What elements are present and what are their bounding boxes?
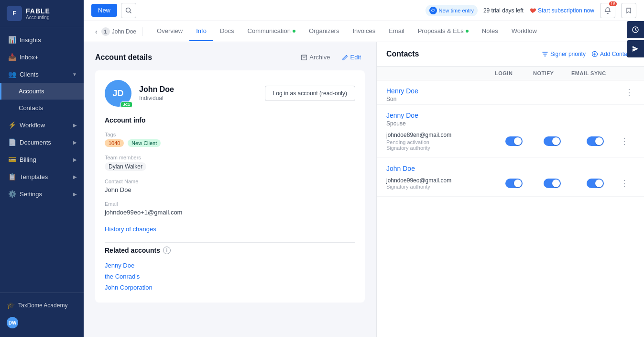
sidebar-item-inbox[interactable]: 📥 Inbox+ <box>0 48 84 66</box>
trial-days: 29 trial days left <box>483 7 524 14</box>
jenny-email-sync-toggle-col <box>571 136 619 146</box>
jenny-login-toggle[interactable] <box>505 136 523 146</box>
sidebar-item-workflow[interactable]: ⚡ Workflow ▶ <box>0 116 84 134</box>
communication-dot <box>293 30 295 33</box>
contact-john-detail: johndoe99eo@gmail.com Signatory authorit… <box>377 174 644 196</box>
user-profile[interactable]: DW <box>7 313 77 332</box>
login-as-account-button[interactable]: Log in as account (read-only) <box>265 86 355 101</box>
email-value: johndoe99eo+1@gmail.com <box>105 209 355 216</box>
account-profile: JD JC1 John Doe Individual Log in as acc… <box>105 80 355 107</box>
contacts-actions: Signer priority Add Contacts <box>542 51 634 57</box>
send-panel-button[interactable] <box>627 40 644 57</box>
contact-john: John Doe johndoe99eo@gmail.com Signatory… <box>377 158 644 197</box>
subscribe-link[interactable]: Start subscription now <box>529 7 594 14</box>
clock-panel-button[interactable] <box>627 21 644 38</box>
info-section-title: Account info <box>105 116 355 124</box>
taxdome-academy-link[interactable]: 🎓 TaxDome Academy <box>7 298 77 313</box>
sidebar-item-clients[interactable]: 👥 Clients ▼ <box>0 66 84 83</box>
account-type: Individual <box>139 95 174 101</box>
sidebar: F FABLE Accounting 📊 Insights 📥 Inbox+ 👥… <box>0 0 84 337</box>
related-account-conrads[interactable]: the Conrad's <box>105 271 355 282</box>
team-member: Dylan Walker <box>105 162 146 171</box>
history-link[interactable]: History of changes <box>105 225 156 233</box>
tags-container: 1040 New Client <box>105 139 355 147</box>
account-info-section: Account info Tags 1040 New Client Team m… <box>105 116 355 233</box>
related-account-jenny[interactable]: Jenny Doe <box>105 260 355 271</box>
login-col-header: LOGIN <box>495 70 533 76</box>
account-card: JD JC1 John Doe Individual Log in as acc… <box>95 70 365 303</box>
jenny-notify-toggle-col <box>533 136 571 146</box>
proposals-dot <box>466 30 469 33</box>
email-row: Email johndoe99eo+1@gmail.com <box>105 201 355 216</box>
contact-henry-name[interactable]: Henry Doe <box>386 87 624 95</box>
send-icon <box>632 45 639 53</box>
account-details-header: Account details Archive <box>95 52 365 63</box>
sidebar-item-documents[interactable]: 📄 Documents ▶ <box>0 134 84 151</box>
sidebar-item-templates[interactable]: 📋 Templates ▶ <box>0 168 84 185</box>
account-name: John Doe <box>139 85 174 94</box>
contact-henry-menu[interactable]: ⋮ <box>624 87 634 98</box>
archive-label: Archive <box>309 54 330 61</box>
tab-list: Overview Info Docs Communication Organiz… <box>150 22 544 41</box>
contact-john-menu[interactable]: ⋮ <box>619 178 634 189</box>
contact-jenny-authority: Signatory authority <box>386 145 495 151</box>
sidebar-item-settings[interactable]: ⚙️ Settings ▶ <box>0 185 84 202</box>
sidebar-item-label: Settings <box>20 191 42 198</box>
contact-jenny-name[interactable]: Jenny Doe <box>386 112 634 119</box>
sidebar-item-insights[interactable]: 📊 Insights <box>0 31 84 48</box>
email-sync-col-header: EMAIL SYNC <box>571 70 619 76</box>
logo-text: FABLE Accounting <box>26 7 50 20</box>
tab-overview[interactable]: Overview <box>150 22 189 41</box>
tag-new-client: New Client <box>128 139 161 147</box>
jenny-email-sync-toggle[interactable] <box>587 136 604 146</box>
tab-info[interactable]: Info <box>189 22 213 41</box>
sidebar-item-label: Workflow <box>20 122 45 129</box>
academy-label: TaxDome Academy <box>18 302 67 309</box>
contact-jenny-menu[interactable]: ⋮ <box>619 136 634 146</box>
chevron-down-icon: ▶ <box>73 157 77 162</box>
favorites-button[interactable] <box>621 3 636 18</box>
john-email-sync-toggle[interactable] <box>587 179 604 188</box>
jenny-notify-toggle[interactable] <box>544 136 561 146</box>
sidebar-item-billing[interactable]: 💳 Billing ▶ <box>0 151 84 168</box>
tab-invoices[interactable]: Invoices <box>346 22 382 41</box>
sidebar-item-accounts[interactable]: Accounts <box>0 83 84 100</box>
page-body: Account details Archive <box>84 42 644 337</box>
tab-communication[interactable]: Communication <box>241 22 302 41</box>
contact-name-value: John Doe <box>105 186 355 193</box>
edit-button[interactable]: Edit <box>338 52 365 63</box>
tab-proposals[interactable]: Proposals & ELs <box>411 22 475 41</box>
contact-name-label: Contact Name <box>105 179 355 184</box>
related-account-john-corp[interactable]: John Corporation <box>105 282 355 293</box>
sidebar-item-label: Contacts <box>19 104 43 112</box>
search-button[interactable] <box>121 3 136 18</box>
john-login-toggle[interactable] <box>505 179 523 188</box>
tag-1040: 1040 <box>105 139 124 147</box>
breadcrumb-name: John Doe <box>112 28 136 35</box>
contact-jenny: Jenny Doe Spouse johndoe89en@gmail.com P… <box>377 105 644 158</box>
john-notify-toggle[interactable] <box>544 179 561 188</box>
chevron-down-icon: ▶ <box>73 191 77 197</box>
tab-docs[interactable]: Docs <box>213 22 241 41</box>
tab-organizers[interactable]: Organizers <box>302 22 346 41</box>
notify-col-header: NOTIFY <box>533 70 571 76</box>
archive-icon <box>301 54 307 61</box>
clock-icon <box>632 26 639 34</box>
info-icon[interactable]: i <box>163 247 171 254</box>
signer-priority-button[interactable]: Signer priority <box>542 51 586 57</box>
tab-workflow[interactable]: Workflow <box>505 22 544 41</box>
tab-bar: ‹ 1 John Doe Overview Info Docs Communic <box>84 21 644 42</box>
sidebar-item-contacts[interactable]: Contacts <box>0 100 84 116</box>
tab-email[interactable]: Email <box>382 22 411 41</box>
content-area: ‹ 1 John Doe Overview Info Docs Communic <box>84 21 644 337</box>
archive-button[interactable]: Archive <box>297 52 334 63</box>
back-button[interactable]: ‹ <box>91 28 101 35</box>
notifications-button[interactable]: 16 <box>600 3 615 18</box>
contact-john-info: John Doe <box>386 165 634 172</box>
contact-john-name[interactable]: John Doe <box>386 165 634 172</box>
tab-notes[interactable]: Notes <box>475 22 505 41</box>
avatar-badge: JC1 <box>120 101 132 108</box>
contact-henry: Henry Doe Son ⋮ <box>377 80 644 105</box>
bell-icon <box>604 7 611 14</box>
new-button[interactable]: New <box>91 4 117 17</box>
